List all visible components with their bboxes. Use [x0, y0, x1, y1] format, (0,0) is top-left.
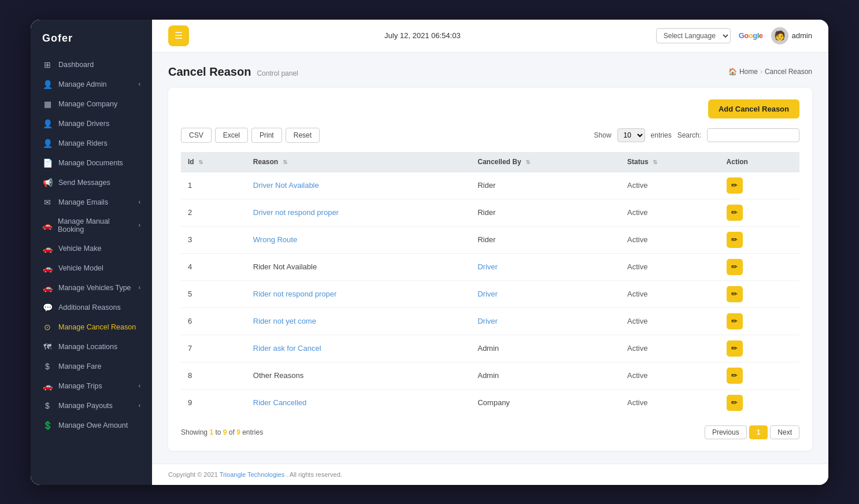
sidebar-item-additional-reasons[interactable]: 💬 Additional Reasons [31, 298, 152, 317]
sidebar-label-manage-trips: Manage Trips [58, 382, 102, 390]
cell-action: ✏ [720, 280, 799, 307]
google-logo: Google [739, 31, 763, 40]
sidebar-item-manage-drivers[interactable]: 👤 Manage Drivers [31, 114, 152, 134]
sidebar-icon-additional-reasons: 💬 [42, 303, 53, 312]
cell-action: ✏ [720, 362, 799, 389]
reason-link[interactable]: Rider not yet come [253, 317, 316, 325]
add-cancel-reason-button[interactable]: Add Cancel Reason [708, 99, 799, 118]
reason-link[interactable]: Wrong Route [253, 235, 297, 244]
previous-button[interactable]: Previous [705, 425, 747, 439]
main-content: ☰ July 12, 2021 06:54:03 Select Language… [152, 20, 828, 485]
reason-link[interactable]: Rider Cancelled [253, 398, 307, 407]
export-buttons: CSV Excel Print Reset [181, 128, 320, 143]
menu-toggle-button[interactable]: ☰ [168, 25, 189, 46]
sidebar-item-manage-manual-booking[interactable]: 🚗 Manage Manual Booking ‹ [31, 212, 152, 239]
sidebar-label-dashboard: Dashboard [58, 61, 94, 69]
sidebar-item-manage-emails[interactable]: ✉ Manage Emails ‹ [31, 192, 152, 212]
search-input[interactable] [707, 128, 799, 142]
csv-button[interactable]: CSV [181, 128, 212, 143]
sidebar-item-manage-cancel-reason[interactable]: ⊙ Manage Cancel Reason [31, 317, 152, 337]
cell-cancelled-by: Driver [471, 253, 620, 280]
sidebar-item-manage-admin[interactable]: 👤 Manage Admin ‹ [31, 75, 152, 94]
user-menu[interactable]: 🧑 admin [771, 27, 812, 45]
sidebar-label-manage-vehicles-type: Manage Vehicles Type [58, 284, 131, 292]
reason-link[interactable]: Driver not respond proper [253, 208, 339, 217]
sidebar-label-manage-riders: Manage Riders [58, 139, 108, 147]
edit-button[interactable]: ✏ [727, 286, 743, 302]
cancelled-by-link[interactable]: Driver [477, 290, 498, 298]
reason-link[interactable]: Rider ask for Cancel [253, 344, 321, 353]
sidebar-label-vehicle-make: Vehicle Make [58, 244, 101, 253]
sidebar-item-vehicle-model[interactable]: 🚗 Vehicle Model [31, 258, 152, 278]
edit-button[interactable]: ✏ [727, 395, 743, 411]
col-cancelled-by: Cancelled By ⇅ [471, 152, 620, 172]
reason-link[interactable]: Rider not respond proper [253, 290, 337, 298]
excel-button[interactable]: Excel [215, 128, 248, 143]
cancelled-by-text: Admin [477, 371, 499, 380]
sidebar-label-manage-documents: Manage Documents [58, 159, 123, 167]
cancelled-by-text: Admin [477, 344, 499, 353]
page-title-area: Cancel Reason Control panel [168, 65, 298, 79]
edit-button[interactable]: ✏ [727, 259, 743, 275]
entries-select[interactable]: 10 25 50 [617, 128, 645, 142]
sidebar-item-send-messages[interactable]: 📢 Send Messages [31, 173, 152, 192]
edit-button[interactable]: ✏ [727, 368, 743, 384]
language-select[interactable]: Select Language [656, 28, 731, 43]
edit-button[interactable]: ✏ [727, 340, 743, 357]
chevron-icon-manage-vehicles-type: ‹ [139, 284, 140, 291]
page-content: Cancel Reason Control panel 🏠 Home › Can… [152, 53, 828, 464]
cell-action: ✏ [720, 199, 799, 226]
edit-button[interactable]: ✏ [727, 205, 743, 221]
table-row: 9 Rider Cancelled Company Active ✏ [181, 389, 799, 416]
topbar: ☰ July 12, 2021 06:54:03 Select Language… [152, 20, 828, 53]
chevron-icon-manage-payouts: ‹ [139, 402, 140, 409]
sidebar-item-manage-company[interactable]: ▦ Manage Company [31, 94, 152, 114]
sidebar-icon-vehicle-model: 🚗 [42, 264, 53, 273]
cell-status: Active [620, 307, 720, 335]
sidebar-item-manage-owe-amount[interactable]: 💲 Manage Owe Amount [31, 416, 152, 435]
company-link[interactable]: Trioangle Technologies [220, 471, 285, 478]
edit-button[interactable]: ✏ [727, 232, 743, 248]
cell-reason: Driver Not Available [246, 172, 471, 199]
cancelled-by-link[interactable]: Driver [477, 262, 498, 271]
sidebar-item-manage-documents[interactable]: 📄 Manage Documents [31, 153, 152, 173]
page-header: Cancel Reason Control panel 🏠 Home › Can… [168, 65, 812, 79]
cell-action: ✏ [720, 172, 799, 199]
sidebar-item-manage-payouts[interactable]: $ Manage Payouts ‹ [31, 396, 152, 416]
breadcrumb-home[interactable]: Home [739, 68, 758, 76]
next-button[interactable]: Next [770, 425, 799, 439]
page-1-button[interactable]: 1 [749, 425, 768, 439]
sidebar-label-manage-cancel-reason: Manage Cancel Reason [58, 323, 136, 331]
sidebar-item-vehicle-make[interactable]: 🚗 Vehicle Make [31, 239, 152, 258]
table-row: 3 Wrong Route Rider Active ✏ [181, 226, 799, 253]
sidebar-icon-manage-company: ▦ [42, 99, 53, 109]
print-button[interactable]: Print [251, 128, 282, 143]
sidebar-logo: Gofer [31, 20, 152, 55]
reset-button[interactable]: Reset [286, 128, 320, 143]
sidebar-item-manage-vehicles-type[interactable]: 🚗 Manage Vehicles Type ‹ [31, 278, 152, 298]
col-id: Id ⇅ [181, 152, 246, 172]
cancel-reasons-table: Id ⇅ Reason ⇅ Cancelled By ⇅ Status ⇅ Ac… [181, 152, 799, 416]
sidebar-item-manage-locations[interactable]: 🗺 Manage Locations [31, 337, 152, 357]
table-row: 5 Rider not respond proper Driver Active… [181, 280, 799, 307]
cell-status: Active [620, 280, 720, 307]
sidebar-item-dashboard[interactable]: ⊞ Dashboard [31, 55, 152, 75]
cancelled-by-link[interactable]: Driver [477, 317, 498, 325]
chevron-icon-manage-emails: ‹ [139, 199, 140, 205]
cell-action: ✏ [720, 307, 799, 335]
sidebar-item-manage-riders[interactable]: 👤 Manage Riders [31, 134, 152, 153]
sidebar-label-manage-fare: Manage Fare [58, 362, 101, 370]
table-controls: Show 10 25 50 entries Search: [594, 128, 799, 142]
cell-id: 2 [181, 199, 246, 226]
username-label: admin [792, 31, 812, 40]
sidebar-icon-manage-riders: 👤 [42, 139, 53, 148]
edit-button[interactable]: ✏ [727, 313, 743, 329]
sidebar-item-manage-fare[interactable]: $ Manage Fare [31, 357, 152, 376]
sidebar-item-manage-trips[interactable]: 🚗 Manage Trips ‹ [31, 376, 152, 396]
cell-cancelled-by: Rider [471, 226, 620, 253]
breadcrumb-current: Cancel Reason [765, 68, 812, 76]
cell-status: Active [620, 226, 720, 253]
edit-button[interactable]: ✏ [727, 177, 743, 194]
entries-label: entries [651, 131, 672, 139]
reason-link[interactable]: Driver Not Available [253, 181, 319, 190]
